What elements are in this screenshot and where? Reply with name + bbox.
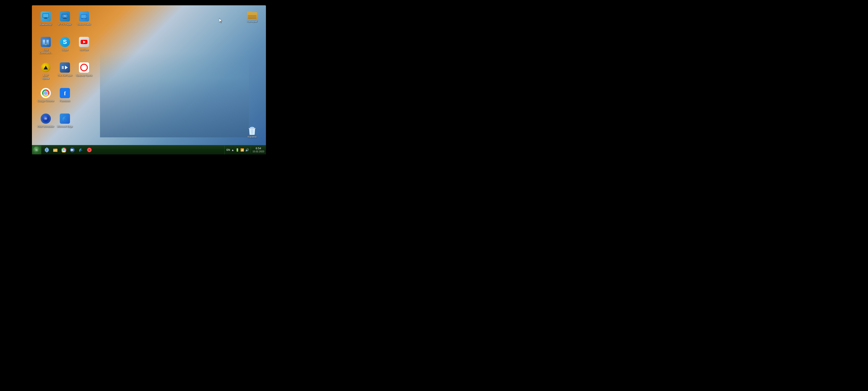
svg-rect-9 xyxy=(81,15,86,18)
taskbar-opera[interactable] xyxy=(86,146,93,154)
svg-text:iO: iO xyxy=(45,117,47,120)
start-button[interactable] xyxy=(32,145,41,155)
taskbar-edge[interactable] xyxy=(77,146,85,154)
tray-signal-icon: 📶 xyxy=(240,148,244,151)
clock-date: 15.02.2023 xyxy=(252,150,264,153)
icon-radio-label: Online Radio xyxy=(77,23,91,26)
skype-letter: S xyxy=(63,38,67,45)
icon-computer[interactable]: Компьютер xyxy=(36,9,55,35)
icon-empty1 xyxy=(74,86,94,112)
svg-rect-12 xyxy=(86,19,86,19)
svg-rect-15 xyxy=(43,40,45,41)
icon-youtube[interactable]: YouTube xyxy=(74,35,94,61)
icon-recycle[interactable]: Корзина xyxy=(243,124,262,144)
svg-rect-3 xyxy=(44,18,48,19)
system-clock[interactable]: 6:54 15.02.2023 xyxy=(251,147,266,153)
start-orb xyxy=(33,146,40,153)
icon-opera[interactable]: Браузер Opera xyxy=(74,61,94,86)
svg-rect-1 xyxy=(43,14,49,17)
svg-point-10 xyxy=(86,16,87,17)
svg-rect-19 xyxy=(46,41,49,41)
svg-rect-6 xyxy=(63,18,67,19)
icon-aimp-label: AIMPЯрлык xyxy=(42,74,49,80)
svg-rect-16 xyxy=(43,41,45,41)
taskbar-ie[interactable] xyxy=(43,146,51,154)
svg-rect-37 xyxy=(251,127,253,128)
taskbar-items xyxy=(41,146,224,154)
svg-rect-11 xyxy=(82,19,83,19)
svg-rect-20 xyxy=(46,42,49,43)
icon-radio[interactable]: Online Radio xyxy=(74,9,94,35)
svg-text:TV: TV xyxy=(64,15,66,17)
icon-chrome-label: Google Chrome xyxy=(37,100,54,103)
tray-battery-icon: 🔋 xyxy=(236,148,239,151)
system-tray: EN ▲ 🔋 📶 🔊 xyxy=(224,145,251,155)
svg-point-27 xyxy=(45,92,46,94)
icon-youtube-label: YouTube xyxy=(80,48,89,51)
icon-facebook-label: Facebook xyxy=(60,100,70,103)
svg-point-51 xyxy=(63,149,64,150)
icon-kmplayer[interactable]: The KMPlayer xyxy=(55,61,74,86)
icon-scenariy[interactable]: сценарий xyxy=(243,9,262,29)
icon-chrome[interactable]: Google Chrome xyxy=(36,86,55,112)
desktop: Компьютер TV IP-TV Player xyxy=(32,5,266,155)
icon-facebook[interactable]: f Facebook xyxy=(55,86,74,112)
taskbar-explorer[interactable] xyxy=(52,146,59,154)
icon-scenariy-label: сценарий xyxy=(247,20,257,23)
svg-rect-36 xyxy=(249,128,255,129)
taskbar-chrome[interactable] xyxy=(60,146,68,154)
tray-network-icon: ▲ xyxy=(231,148,234,151)
taskbar: EN ▲ 🔋 📶 🔊 6:54 15.02.2023 xyxy=(32,145,266,155)
svg-rect-18 xyxy=(46,40,49,41)
svg-rect-45 xyxy=(53,149,55,149)
svg-rect-54 xyxy=(71,149,71,151)
svg-rect-17 xyxy=(43,42,45,43)
svg-rect-47 xyxy=(54,150,56,151)
folder-icon xyxy=(247,11,257,20)
icon-iptv[interactable]: TV IP-TV Player xyxy=(55,9,74,35)
icon-edge-label: Microsoft Edge xyxy=(57,125,72,128)
svg-text:f: f xyxy=(64,90,66,96)
icon-kmplayer-label: The KMPlayer xyxy=(57,74,72,77)
icon-computer-label: Компьютер xyxy=(40,23,52,26)
icon-iptv-label: IP-TV Player xyxy=(58,23,71,26)
icon-skype-label: Skype xyxy=(62,48,68,51)
tray-volume-icon: 🔊 xyxy=(245,148,249,151)
svg-rect-46 xyxy=(54,150,57,150)
icon-recycle-label: Корзина xyxy=(248,135,256,138)
icon-iobit-label: IObit Uninstaller xyxy=(37,125,54,128)
taskbar-media[interactable] xyxy=(68,146,76,154)
icon-edge[interactable]: Microsoft Edge xyxy=(55,112,74,137)
svg-rect-2 xyxy=(44,18,47,18)
icon-totalcmd-label: Total Command... xyxy=(37,48,55,55)
svg-text:64: 64 xyxy=(45,44,46,45)
icon-aimp[interactable]: AIMPЯрлык xyxy=(36,61,55,86)
icon-skype[interactable]: S Skype xyxy=(55,35,74,61)
icon-iobit[interactable]: iO IObit Uninstaller xyxy=(36,112,55,137)
icon-opera-label: Браузер Opera xyxy=(76,74,92,77)
icon-totalcmd[interactable]: 64 Total Command... xyxy=(36,35,55,61)
clock-time: 6:54 xyxy=(256,147,261,150)
icons-grid: Компьютер TV IP-TV Player xyxy=(36,9,94,137)
icon-empty2 xyxy=(74,112,94,137)
tray-language: EN xyxy=(226,148,230,151)
